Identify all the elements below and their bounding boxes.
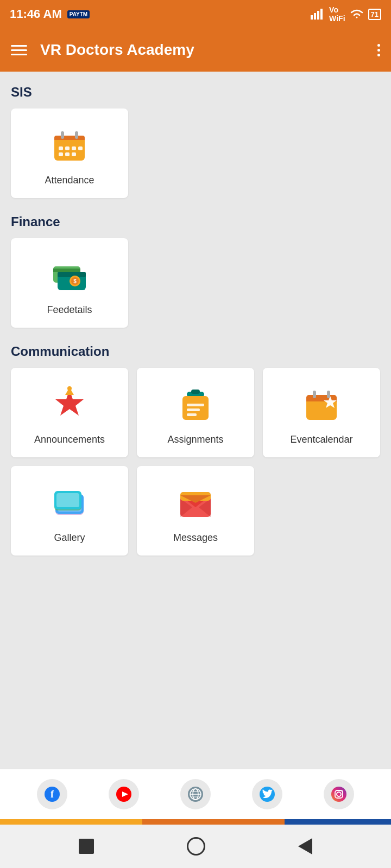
back-button[interactable] (298, 838, 312, 854)
wifi-icon (350, 9, 364, 20)
announcements-icon (48, 383, 91, 426)
svg-rect-16 (75, 131, 78, 139)
svg-point-61 (342, 790, 343, 792)
svg-rect-30 (187, 409, 200, 411)
toolbar-title: VR Doctors Academy (40, 41, 377, 59)
feedetails-card[interactable]: $ Feedetails (11, 238, 128, 328)
progress-strip (0, 819, 391, 825)
strip-yellow (0, 819, 142, 825)
status-time: 11:46 AM (10, 7, 62, 21)
sis-title: SIS (11, 85, 380, 100)
communication-grid: Announcements (11, 368, 380, 556)
attendance-icon (48, 124, 91, 167)
messages-label: Messages (173, 532, 218, 544)
svg-rect-29 (187, 404, 204, 406)
social-bar: f (0, 769, 391, 819)
svg-rect-18 (53, 269, 80, 272)
svg-rect-15 (61, 131, 64, 139)
gallery-label: Gallery (54, 532, 85, 544)
gallery-icon (48, 481, 91, 525)
strip-orange (142, 819, 285, 825)
svg-point-58 (331, 787, 346, 802)
assignments-icon (174, 383, 217, 426)
instagram-button[interactable] (324, 779, 354, 809)
paytm-badge: PAYTM (67, 10, 90, 18)
messages-icon (174, 481, 217, 525)
svg-rect-8 (59, 146, 63, 150)
twitter-button[interactable] (252, 779, 282, 809)
eventcalendar-card[interactable]: Eventcalendar (263, 368, 380, 457)
svg-rect-14 (72, 152, 76, 156)
toolbar: VR Doctors Academy (0, 28, 391, 72)
assignments-card[interactable]: Assignments (137, 368, 254, 457)
globe-icon (188, 787, 203, 802)
communication-section: Communication Announcements (11, 344, 380, 556)
twitter-icon (260, 787, 275, 802)
status-bar: 11:46 AM PAYTM VoWiFi 71 (0, 0, 391, 28)
status-icons: VoWiFi 71 (311, 5, 381, 23)
svg-rect-31 (187, 413, 197, 416)
android-nav-bar (0, 825, 391, 868)
main-content: SIS (0, 72, 391, 668)
svg-rect-12 (59, 152, 63, 156)
svg-rect-1 (314, 13, 316, 20)
attendance-label: Attendance (45, 175, 94, 186)
svg-rect-38 (327, 391, 330, 398)
messages-card[interactable]: Messages (137, 466, 254, 556)
feedetails-icon: $ (48, 253, 91, 297)
svg-rect-32 (191, 390, 200, 394)
svg-rect-2 (317, 11, 319, 20)
strip-blue (285, 819, 391, 825)
feedetails-label: Feedetails (47, 304, 92, 316)
svg-rect-9 (65, 146, 70, 150)
battery-icon: 71 (368, 9, 381, 20)
facebook-button[interactable]: f (37, 779, 67, 809)
svg-rect-3 (320, 9, 323, 20)
signal-icon (311, 9, 325, 20)
sis-section: SIS (11, 85, 380, 198)
svg-rect-44 (56, 493, 79, 507)
gallery-card[interactable]: Gallery (11, 466, 128, 556)
menu-button[interactable] (11, 45, 27, 55)
svg-point-26 (67, 386, 72, 391)
announcements-card[interactable]: Announcements (11, 368, 128, 457)
more-options-button[interactable] (377, 44, 380, 56)
svg-text:f: f (51, 789, 54, 800)
eventcalendar-label: Eventcalendar (290, 434, 352, 445)
svg-rect-10 (72, 146, 76, 150)
finance-title: Finance (11, 214, 380, 229)
facebook-icon: f (45, 787, 60, 802)
youtube-icon (116, 787, 131, 802)
eventcalendar-icon (300, 383, 343, 426)
svg-rect-13 (65, 152, 70, 156)
svg-rect-11 (78, 146, 83, 150)
svg-rect-28 (182, 396, 209, 420)
sis-grid: Attendance (11, 108, 380, 198)
svg-rect-37 (313, 391, 316, 398)
communication-title: Communication (11, 344, 380, 359)
announcements-label: Announcements (34, 434, 105, 445)
assignments-label: Assignments (167, 434, 223, 445)
svg-rect-7 (54, 140, 85, 143)
home-button[interactable] (187, 837, 205, 856)
svg-rect-20 (58, 272, 86, 277)
instagram-icon (331, 787, 346, 802)
youtube-button[interactable] (109, 779, 139, 809)
finance-grid: $ Feedetails (11, 238, 380, 328)
svg-rect-0 (311, 15, 313, 20)
vo-wifi-label: VoWiFi (329, 5, 345, 23)
website-button[interactable] (180, 779, 211, 809)
finance-section: Finance $ (11, 214, 380, 328)
recent-apps-button[interactable] (79, 839, 94, 854)
spacer (0, 668, 391, 769)
svg-text:$: $ (73, 278, 77, 284)
attendance-card[interactable]: Attendance (11, 108, 128, 198)
